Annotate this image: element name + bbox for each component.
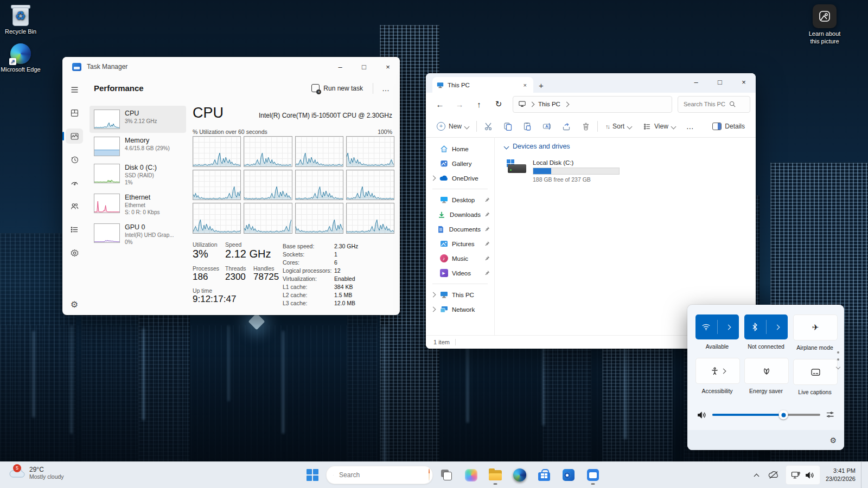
new-button[interactable]: + New [432, 119, 473, 133]
taskbar-search-box[interactable] [326, 466, 433, 484]
task-manager-titlebar[interactable]: Task Manager – □ × [62, 57, 400, 76]
run-new-task-icon [311, 84, 320, 92]
users-icon[interactable] [66, 198, 83, 214]
cut-button[interactable] [480, 119, 496, 134]
task-manager-button[interactable] [582, 464, 604, 486]
tab-this-pc[interactable]: This PC × [432, 77, 533, 93]
local-disk-c-item[interactable]: Local Disk (C:) 188 GB free of 237 GB [505, 157, 626, 185]
close-button[interactable]: × [732, 73, 756, 91]
expand-chevron-icon[interactable] [430, 307, 436, 312]
devices-and-drives-group-header[interactable]: Devices and drives [505, 143, 756, 150]
desktop-icon-learn-about-picture[interactable]: Learn about this picture [804, 4, 845, 46]
tray-overflow-chevron[interactable] [751, 466, 762, 484]
wifi-tile[interactable] [695, 314, 739, 339]
desktop-folder-icon [439, 196, 448, 204]
explorer-search-box[interactable] [678, 96, 750, 113]
speaker-icon[interactable] [697, 411, 707, 419]
copilot-button[interactable] [460, 464, 482, 486]
file-explorer-button[interactable] [484, 464, 506, 486]
bluetooth-tile[interactable] [744, 314, 788, 339]
pin-icon [484, 211, 490, 218]
breadcrumb-location[interactable]: This PC [538, 101, 560, 107]
refresh-button[interactable]: ↻ [490, 97, 507, 112]
sidebar-item-music[interactable]: ♪ Music [426, 251, 494, 266]
services-icon[interactable] [66, 245, 83, 260]
live-captions-tile[interactable] [793, 359, 838, 385]
sidebar-item-memory[interactable]: Memory4.6/15.8 GB (29%) [90, 133, 186, 160]
energy-saver-tile[interactable] [744, 358, 789, 384]
minimize-button[interactable]: – [328, 57, 352, 76]
rename-button[interactable] [539, 119, 555, 134]
expand-chevron-icon[interactable] [430, 176, 436, 181]
startup-apps-icon[interactable] [66, 175, 83, 190]
delete-button[interactable] [578, 119, 594, 134]
minimize-button[interactable]: – [684, 73, 708, 91]
paste-button[interactable] [519, 119, 535, 134]
sort-button[interactable]: ↑↓ Sort [601, 120, 636, 133]
close-button[interactable]: × [376, 57, 400, 76]
new-tab-button[interactable]: + [539, 81, 544, 90]
tab-close-icon[interactable]: × [521, 82, 529, 88]
tray-clock[interactable]: 3:41 PM 23/02/2026 [824, 466, 858, 484]
forward-button[interactable]: → [451, 97, 468, 112]
view-button[interactable]: View [639, 120, 680, 133]
app-history-icon[interactable] [66, 152, 83, 167]
share-button[interactable] [558, 119, 575, 134]
desktop-icon-microsoft-edge[interactable]: ↗ Microsoft Edge [0, 43, 41, 74]
run-new-task-button[interactable]: Run new task [307, 82, 367, 94]
processes-icon[interactable] [66, 105, 83, 120]
accessibility-icon [711, 367, 719, 375]
sidebar-item-desktop[interactable]: Desktop [426, 192, 494, 207]
quick-settings-gear-icon[interactable]: ⚙ [829, 436, 837, 445]
menu-icon[interactable] [66, 82, 83, 97]
microsoft-store-button[interactable] [533, 464, 555, 486]
accessibility-tile[interactable] [695, 358, 740, 384]
edge-button[interactable] [509, 464, 531, 486]
sidebar-item-gallery[interactable]: Gallery [426, 156, 494, 171]
sidebar-item-videos[interactable]: ▶ Videos [426, 266, 494, 280]
sidebar-item-downloads[interactable]: Downloads [426, 207, 494, 222]
performance-icon[interactable] [66, 129, 83, 144]
expand-chevron-icon[interactable] [430, 292, 436, 298]
sidebar-item-network[interactable]: Network [426, 302, 494, 317]
sidebar-item-home[interactable]: Home [426, 142, 494, 156]
search-input[interactable] [682, 100, 729, 108]
quick-settings-page-indicator[interactable] [837, 351, 840, 369]
wifi-tile-label: Available [695, 343, 739, 350]
network-volume-tray-group[interactable] [786, 465, 820, 485]
sound-output-icon[interactable] [826, 411, 834, 419]
sidebar-item-pictures[interactable]: Pictures [426, 236, 494, 251]
sidebar-item-documents[interactable]: Documents [426, 222, 494, 236]
sidebar-item-this-pc[interactable]: This PC [426, 287, 494, 302]
show-desktop-button[interactable] [861, 462, 864, 488]
maximize-button[interactable]: □ [708, 73, 732, 91]
settings-gear-icon[interactable]: ⚙ [62, 299, 86, 310]
maximize-button[interactable]: □ [352, 57, 376, 76]
start-button[interactable] [302, 464, 323, 486]
address-bar[interactable]: This PC [513, 96, 672, 113]
details-icon[interactable] [66, 222, 83, 237]
desktop-icon-recycle-bin[interactable]: ♻ Recycle Bin [0, 3, 41, 36]
more-options-button[interactable]: … [379, 83, 393, 94]
bluetooth-expand-chevron[interactable] [767, 314, 788, 339]
sidebar-item-disk[interactable]: Disk 0 (C:)SSD (RAID)1% [90, 160, 186, 190]
sidebar-item-ethernet[interactable]: EthernetEthernetS: 0 R: 0 Kbps [90, 190, 186, 220]
outlook-button[interactable] [558, 464, 579, 486]
sidebar-item-cpu[interactable]: CPU3% 2.12 GHz [90, 106, 186, 133]
task-view-button[interactable] [436, 464, 457, 486]
wifi-expand-chevron[interactable] [718, 314, 739, 339]
volume-slider[interactable] [712, 414, 820, 416]
back-button[interactable]: ← [431, 97, 449, 112]
toolbar-more-button[interactable]: … [683, 121, 698, 132]
volume-slider-thumb[interactable] [779, 410, 788, 420]
utilization-value: 3% [193, 248, 218, 260]
up-button[interactable]: ↑ [470, 97, 488, 112]
widgets-weather-button[interactable]: 5 29°C Mostly cloudy [5, 465, 67, 481]
airplane-mode-tile[interactable]: ✈ [793, 314, 838, 341]
details-pane-button[interactable]: Details [708, 120, 749, 133]
sidebar-item-gpu[interactable]: GPU 0Intel(R) UHD Grap...0% [90, 220, 186, 249]
taskbar-search-input[interactable] [338, 471, 424, 479]
sidebar-item-onedrive[interactable]: OneDrive [426, 171, 494, 185]
copy-button[interactable] [500, 119, 516, 134]
onedrive-tray-icon[interactable] [765, 466, 782, 484]
